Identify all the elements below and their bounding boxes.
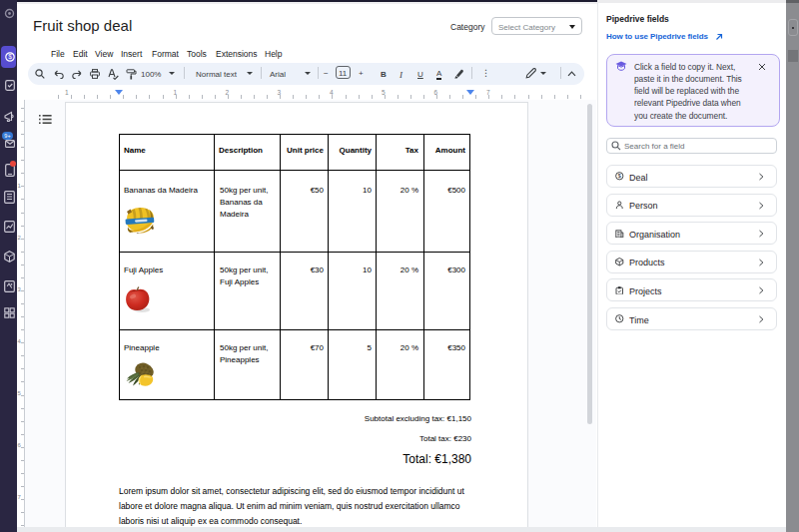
svg-text:$: $: [618, 174, 621, 180]
svg-text:$: $: [8, 53, 12, 60]
